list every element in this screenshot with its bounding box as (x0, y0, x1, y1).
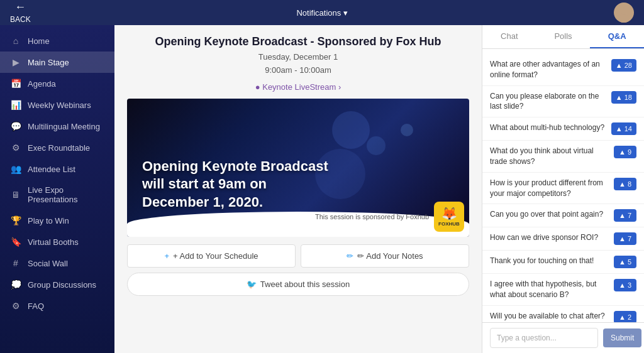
notifications-label: Notifications (296, 8, 341, 18)
vote-button[interactable]: ▲ 8 (614, 178, 636, 190)
livestream-link[interactable]: Keynote LiveStream › (255, 82, 341, 92)
tweet-label: Tweet about this session (260, 280, 350, 289)
sidebar-label-group-discussions: Group Discussions (28, 280, 96, 290)
qa-text: How can we drive sponsor ROI? (490, 232, 609, 243)
add-notes-label: ✏ Add Your Notes (357, 251, 423, 261)
sidebar-icon-agenda: 📅 (10, 79, 21, 89)
notes-icon: ✏ (347, 251, 353, 261)
video-overlay-text: Opening Keynote Broadcast will start at … (142, 158, 330, 212)
session-title: Opening Keynote Broadcast - Sponsored by… (127, 35, 469, 48)
sponsor-name: FOXHUB (438, 221, 460, 227)
sidebar-item-social-wall[interactable]: # Social Wall (0, 253, 114, 274)
vote-button[interactable]: ▲ 18 (611, 91, 636, 104)
qa-item: Can you please elaborate on the last sli… (482, 86, 644, 118)
add-schedule-label: + Add to Your Schedule (173, 251, 258, 261)
sidebar-icon-faq: ⚙ (10, 301, 21, 311)
sidebar-label-faq: FAQ (28, 301, 44, 311)
qa-item: What about multi-hub technology? ▲ 14 (482, 117, 644, 141)
sidebar-item-play-to-win[interactable]: 🏆 Play to Win (0, 210, 114, 231)
back-button[interactable]: ← BACK (10, 1, 31, 24)
svg-point-1 (618, 14, 630, 23)
sidebar-label-agenda: Agenda (28, 79, 56, 89)
vote-button[interactable]: ▲ 28 (611, 59, 636, 72)
sidebar-label-attendee-list: Attendee List (28, 165, 75, 174)
qa-item: Can you go over that point again? ▲ 7 (482, 204, 644, 227)
svg-point-0 (620, 7, 628, 14)
sidebar-icon-play-to-win: 🏆 (10, 215, 21, 225)
vote-button[interactable]: ▲ 2 (614, 311, 636, 322)
back-arrow-icon: ← (14, 1, 26, 13)
sidebar-label-play-to-win: Play to Win (28, 216, 69, 225)
sponsor-text: This session is sponsored by Foxhub (315, 213, 429, 220)
sidebar-label-home: Home (28, 36, 50, 46)
sponsor-info: This session is sponsored by Foxhub 🦊 FO… (315, 202, 464, 232)
tweet-button[interactable]: 🐦 Tweet about this session (127, 273, 469, 296)
sidebar-item-group-discussions[interactable]: 💭 Group Discussions (0, 274, 114, 295)
add-notes-button[interactable]: ✏ ✏ Add Your Notes (301, 244, 469, 268)
sidebar-item-multilingual-meeting[interactable]: 💬 Multilingual Meeting (0, 116, 114, 137)
qa-text: Will you be available to chat after? (490, 311, 609, 322)
sidebar-label-exec-roundtable: Exec Roundtable (28, 143, 90, 153)
panel-tabs: ChatPollsQ&A (482, 25, 644, 49)
vote-button[interactable]: ▲ 14 (611, 122, 636, 135)
sidebar-item-weekly-webinars[interactable]: 📊 Weekly Webinars (0, 94, 114, 116)
vote-button[interactable]: ▲ 5 (614, 256, 636, 268)
tab-polls[interactable]: Polls (536, 25, 591, 48)
qa-item: How is your product different from your … (482, 173, 644, 205)
session-time: 9:00am - 10:00am (127, 64, 469, 77)
qa-item: How can we drive sponsor ROI? ▲ 7 (482, 227, 644, 251)
qa-text: Can you go over that point again? (490, 209, 609, 220)
sidebar-item-faq[interactable]: ⚙ FAQ (0, 295, 114, 317)
vote-button[interactable]: ▲ 3 (614, 279, 636, 291)
back-label: BACK (10, 15, 31, 24)
sidebar-icon-virtual-booths: 🔖 (10, 237, 21, 247)
video-player: Opening Keynote Broadcast will start at … (127, 99, 469, 237)
sidebar-label-social-wall: Social Wall (28, 259, 68, 268)
vote-button[interactable]: ▲ 7 (614, 209, 636, 222)
sidebar-label-virtual-booths: Virtual Booths (28, 237, 79, 247)
sidebar-icon-weekly-webinars: 📊 (10, 100, 21, 110)
qa-item: Will you be available to chat after? ▲ 2 (482, 306, 644, 322)
qa-item: What do you think about virtual trade sh… (482, 141, 644, 173)
sidebar-label-weekly-webinars: Weekly Webinars (28, 100, 91, 110)
sidebar-item-exec-roundtable[interactable]: ⚙ Exec Roundtable (0, 137, 114, 158)
plus-icon: + (164, 251, 169, 261)
session-date: Tuesday, December 1 (127, 51, 469, 64)
qa-text: What are other advantages of an online f… (490, 59, 606, 80)
notifications-button[interactable]: Notifications ▾ (296, 8, 348, 18)
qa-text: What about multi-hub technology? (490, 122, 606, 133)
sidebar-item-virtual-booths[interactable]: 🔖 Virtual Booths (0, 231, 114, 253)
add-schedule-button[interactable]: + + Add to Your Schedule (127, 244, 296, 268)
qa-text: Thank you for touching on that! (490, 256, 609, 266)
notifications-arrow-icon: ▾ (343, 8, 348, 18)
sidebar-item-agenda[interactable]: 📅 Agenda (0, 73, 114, 94)
qa-input[interactable] (490, 328, 598, 348)
sidebar-icon-attendee-list: 👥 (10, 164, 21, 174)
sidebar-label-live-expo: Live Expo Presentations (28, 185, 104, 204)
vote-button[interactable]: ▲ 9 (614, 146, 636, 158)
action-buttons: + + Add to Your Schedule ✏ ✏ Add Your No… (127, 244, 469, 268)
sidebar-icon-multilingual-meeting: 💬 (10, 121, 21, 131)
sidebar-icon-home: ⌂ (10, 36, 21, 46)
tab-q&a[interactable]: Q&A (590, 25, 644, 48)
sidebar-icon-group-discussions: 💭 (10, 280, 21, 290)
sidebar-icon-social-wall: # (10, 258, 21, 268)
submit-button[interactable]: Submit (603, 329, 641, 347)
main-layout: ⌂ Home ▶ Main Stage 📅 Agenda 📊 Weekly We… (0, 25, 644, 353)
sidebar: ⌂ Home ▶ Main Stage 📅 Agenda 📊 Weekly We… (0, 25, 114, 353)
vote-button[interactable]: ▲ 7 (614, 232, 636, 245)
sidebar-item-main-stage[interactable]: ▶ Main Stage (0, 52, 114, 73)
main-content: Opening Keynote Broadcast - Sponsored by… (114, 25, 482, 353)
qa-text: How is your product different from your … (490, 178, 609, 199)
tab-chat[interactable]: Chat (482, 25, 536, 48)
qa-item: I agree with that hypothesis, but what a… (482, 274, 644, 306)
twitter-icon: 🐦 (247, 280, 257, 289)
sidebar-item-attendee-list[interactable]: 👥 Attendee List (0, 158, 114, 180)
avatar[interactable] (614, 3, 634, 23)
sidebar-item-live-expo[interactable]: 🖥 Live Expo Presentations (0, 180, 114, 210)
qa-item: What are other advantages of an online f… (482, 54, 644, 86)
qa-text: Can you please elaborate on the last sli… (490, 91, 606, 112)
sidebar-icon-exec-roundtable: ⚙ (10, 143, 21, 153)
sidebar-item-home[interactable]: ⌂ Home (0, 30, 114, 52)
qa-text: What do you think about virtual trade sh… (490, 146, 609, 167)
